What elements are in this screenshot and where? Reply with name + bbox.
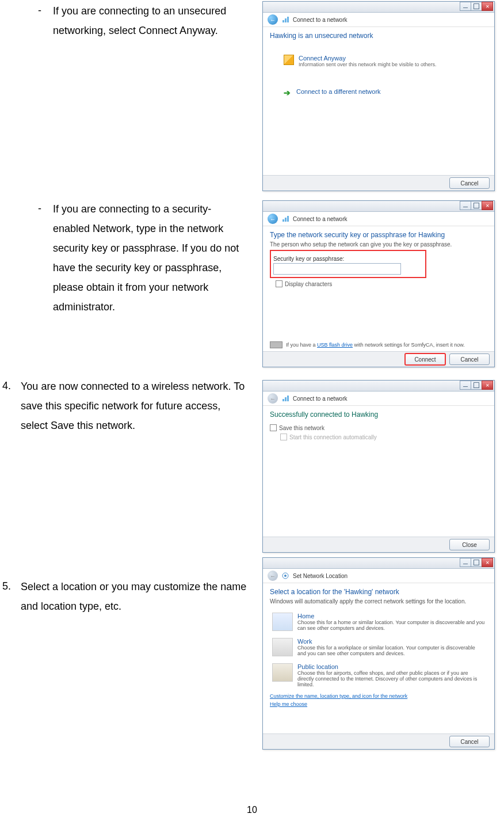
location-option-public[interactable]: Public location Choose this for airports… bbox=[270, 660, 487, 691]
start-automatically-row[interactable]: Start this connection automatically bbox=[280, 434, 487, 440]
dialog-heading: Select a location for the 'Hawking' netw… bbox=[270, 588, 487, 596]
titlebar: ✕ bbox=[263, 2, 494, 13]
svg-rect-5 bbox=[287, 216, 289, 222]
bullet-dash: - bbox=[38, 5, 41, 17]
location-option-home[interactable]: Home Choose this for a home or similar l… bbox=[270, 609, 487, 634]
dialog-title: Connect to a network bbox=[293, 396, 348, 402]
usb-text-pre: If you have a bbox=[286, 342, 317, 348]
dialog-heading: Successfully connected to Hawking bbox=[270, 411, 487, 419]
checkbox-label: Display characters bbox=[285, 281, 332, 287]
dialog-heading: Type the network security key or passphr… bbox=[270, 231, 487, 239]
option-different-network[interactable]: ➔ Connect to a different network bbox=[281, 85, 487, 100]
shield-icon bbox=[284, 55, 294, 65]
dialog-title: Connect to a network bbox=[293, 216, 348, 222]
maximize-button[interactable] bbox=[471, 201, 482, 210]
dialog-unsecured-network: ✕ ← Connect to a network Hawking is an u… bbox=[262, 1, 495, 191]
svg-rect-8 bbox=[287, 396, 289, 401]
titlebar: ✕ bbox=[263, 558, 494, 569]
location-description: Choose this for airports, coffee shops, … bbox=[297, 670, 485, 687]
dialog-heading: Hawking is an unsecured network bbox=[270, 32, 487, 40]
titlebar: ✕ bbox=[263, 381, 494, 392]
svg-rect-0 bbox=[282, 20, 284, 22]
option-title: Connect Anyway bbox=[299, 55, 437, 62]
checkbox-icon bbox=[280, 434, 287, 440]
instruction-step-4: You are now connected to a wireless netw… bbox=[21, 377, 245, 435]
svg-rect-7 bbox=[285, 397, 287, 401]
maximize-button[interactable] bbox=[471, 558, 482, 567]
instruction-bullet-2: If you are connecting to a security-enab… bbox=[53, 199, 243, 317]
option-connect-anyway[interactable]: Connect Anyway Information sent over thi… bbox=[281, 51, 487, 71]
option-title: Connect to a different network bbox=[296, 88, 381, 95]
display-characters-row[interactable]: Display characters bbox=[276, 280, 487, 287]
dialog-footer: Connect Cancel bbox=[263, 351, 494, 367]
cancel-button[interactable]: Cancel bbox=[449, 354, 490, 365]
home-icon bbox=[272, 613, 293, 631]
nav-row: ← Connect to a network bbox=[263, 392, 494, 406]
checkbox-label: Save this network bbox=[279, 425, 324, 431]
location-description: Choose this for a workplace or similar l… bbox=[297, 645, 485, 656]
location-title: Home bbox=[297, 613, 485, 619]
checkbox-icon bbox=[270, 424, 277, 431]
bullet-dash: - bbox=[38, 203, 41, 215]
close-dialog-button[interactable]: Close bbox=[449, 539, 490, 550]
dialog-title: Connect to a network bbox=[293, 17, 348, 23]
svg-rect-1 bbox=[285, 18, 287, 22]
checkbox-icon bbox=[276, 280, 282, 287]
maximize-button[interactable] bbox=[471, 381, 482, 390]
svg-rect-3 bbox=[282, 219, 284, 222]
minimize-button[interactable] bbox=[460, 558, 471, 567]
cancel-button[interactable]: Cancel bbox=[449, 736, 490, 747]
help-choose-link[interactable]: Help me choose bbox=[270, 701, 307, 707]
dialog-subtext: The person who setup the network can giv… bbox=[270, 241, 487, 248]
public-icon bbox=[272, 663, 293, 682]
connect-button[interactable]: Connect bbox=[404, 353, 446, 366]
network-icon bbox=[281, 16, 289, 24]
instruction-step-5: Select a location or you may customize t… bbox=[21, 577, 251, 616]
close-button[interactable]: ✕ bbox=[482, 558, 493, 567]
dialog-title: Set Network Location bbox=[293, 573, 348, 579]
minimize-button[interactable] bbox=[460, 2, 471, 11]
location-description: Choose this for a home or similar locati… bbox=[297, 619, 485, 631]
cancel-button[interactable]: Cancel bbox=[449, 177, 490, 189]
usb-icon bbox=[270, 341, 282, 348]
titlebar: ✕ bbox=[263, 201, 494, 212]
security-key-highlight: Security key or passphrase: bbox=[270, 250, 426, 278]
network-icon bbox=[281, 394, 289, 402]
option-description: Information sent over this network might… bbox=[299, 62, 437, 67]
location-option-work[interactable]: Work Choose this for a workplace or simi… bbox=[270, 634, 487, 660]
close-button[interactable]: ✕ bbox=[482, 2, 493, 11]
svg-rect-6 bbox=[282, 399, 284, 401]
usb-text-post: with network settings for SomfyCA, inser… bbox=[353, 342, 465, 348]
instruction-bullet-1: If you are connecting to an unsecured ne… bbox=[53, 1, 231, 40]
step-number-5: 5. bbox=[2, 580, 11, 592]
dialog-footer: Cancel bbox=[263, 175, 494, 191]
checkbox-label: Start this connection automatically bbox=[289, 434, 377, 440]
usb-link[interactable]: USB flash drive bbox=[317, 342, 353, 348]
maximize-button[interactable] bbox=[471, 2, 482, 11]
nav-row: ← Set Network Location bbox=[263, 569, 494, 583]
back-icon[interactable]: ← bbox=[268, 14, 278, 25]
customize-link[interactable]: Customize the name, location type, and i… bbox=[270, 693, 407, 699]
close-button[interactable]: ✕ bbox=[482, 201, 493, 210]
svg-rect-4 bbox=[285, 218, 287, 222]
location-icon bbox=[281, 572, 289, 580]
field-label: Security key or passphrase: bbox=[273, 256, 423, 262]
back-icon[interactable]: ← bbox=[268, 571, 278, 581]
minimize-button[interactable] bbox=[460, 381, 471, 390]
back-icon[interactable]: ← bbox=[268, 214, 278, 224]
nav-row: ← Connect to a network bbox=[263, 212, 494, 226]
location-title: Public location bbox=[297, 663, 485, 670]
save-network-row[interactable]: Save this network bbox=[270, 424, 487, 431]
back-icon[interactable]: ← bbox=[268, 393, 278, 404]
network-icon bbox=[281, 215, 289, 223]
dialog-subtext: Windows will automatically apply the cor… bbox=[270, 598, 487, 605]
step-number-4: 4. bbox=[2, 380, 11, 392]
svg-point-10 bbox=[284, 575, 287, 577]
dialog-connected: ✕ ← Connect to a network Successfully co… bbox=[262, 380, 495, 553]
minimize-button[interactable] bbox=[460, 201, 471, 210]
dialog-network-location: ✕ ← Set Network Location Select a locati… bbox=[262, 557, 495, 750]
usb-hint: If you have a USB flash drive with netwo… bbox=[270, 341, 487, 348]
security-key-input[interactable] bbox=[273, 263, 401, 275]
page-number: 10 bbox=[0, 805, 504, 815]
close-button[interactable]: ✕ bbox=[482, 381, 493, 390]
